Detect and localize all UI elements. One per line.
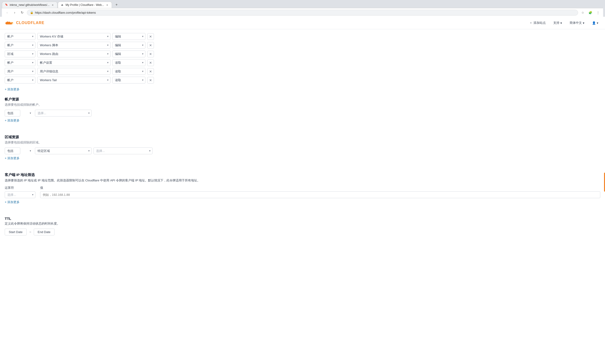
permission-level-select-0[interactable]: 编辑 读取 bbox=[112, 33, 145, 40]
permission-level-select-1[interactable]: 编辑 读取 bbox=[112, 42, 145, 49]
ttl-date-row: Start Date → End Date bbox=[5, 229, 600, 235]
permission-resource-select-4[interactable]: 用户详细信息 bbox=[37, 68, 110, 75]
bookmark-icon[interactable]: ☆ bbox=[579, 9, 586, 16]
zone-choose-wrapper[interactable]: 选择... bbox=[94, 147, 152, 154]
orange-accent-bar bbox=[604, 173, 605, 192]
permission-level-wrapper-4[interactable]: 编辑 读取 bbox=[112, 68, 145, 75]
menu-icon[interactable]: ⋮ bbox=[595, 9, 601, 16]
permission-type-select-5[interactable]: 帐户 区域 用户 bbox=[5, 77, 35, 83]
ttl-arrow-icon: → bbox=[28, 230, 32, 234]
delete-row-button-2[interactable]: ✕ bbox=[147, 51, 154, 57]
add-more-zone-link[interactable]: + 添加更多 bbox=[5, 156, 20, 160]
forward-button[interactable]: › bbox=[11, 9, 18, 16]
permission-type-wrapper-5[interactable]: 帐户 区域 用户 bbox=[5, 77, 35, 83]
account-resources-title: 帐户资源 bbox=[5, 97, 600, 102]
operator-select[interactable]: 选择... 等于 不等于 bbox=[5, 191, 35, 198]
support-chevron-icon: ▾ bbox=[560, 21, 562, 25]
permission-level-wrapper-1[interactable]: 编辑 读取 bbox=[112, 42, 145, 49]
ttl-title: TTL bbox=[5, 217, 600, 221]
permission-resource-wrapper-5[interactable]: Workers Tail bbox=[37, 77, 110, 83]
permission-resource-wrapper-2[interactable]: Workers 路由 bbox=[37, 51, 110, 57]
permission-level-wrapper-3[interactable]: 编辑 读取 bbox=[112, 59, 145, 66]
permission-table: 帐户 区域 用户 Workers KV 存储 编辑 读取 ✕ 帐户 bbox=[5, 33, 600, 83]
permission-type-wrapper-1[interactable]: 帐户 区域 用户 bbox=[5, 42, 35, 49]
permission-level-wrapper-5[interactable]: 编辑 读取 bbox=[112, 77, 145, 83]
ip-value-input[interactable] bbox=[40, 191, 600, 198]
permission-resource-select-5[interactable]: Workers Tail bbox=[37, 77, 110, 83]
account-include-wrapper[interactable]: 包括 排除 bbox=[5, 110, 33, 117]
back-button[interactable]: ‹ bbox=[4, 9, 10, 16]
tab-1-favicon: 🔖 bbox=[5, 3, 8, 7]
value-label: 值 bbox=[40, 186, 600, 190]
permission-row: 帐户 区域 用户 帐户设置 编辑 读取 ✕ bbox=[5, 59, 600, 66]
permission-level-select-4[interactable]: 编辑 读取 bbox=[112, 68, 145, 75]
permission-resource-select-3[interactable]: 帐户设置 bbox=[37, 59, 110, 66]
zone-choose-select[interactable]: 选择... bbox=[94, 147, 152, 154]
permission-row: 帐户 区域 用户 Workers 路由 编辑 读取 ✕ bbox=[5, 51, 600, 57]
extensions-icon[interactable]: 🧩 bbox=[587, 9, 594, 16]
add-site-button[interactable]: ＋ 添加站点 bbox=[527, 20, 548, 26]
ip-filter-desc: 选择要筛选的 IP 地址或 IP 地址范围。此筛选器限制可以在 Cloudfla… bbox=[5, 178, 600, 183]
zone-resources-row: 包括 排除 特定区域 所有区域 选择... bbox=[5, 147, 600, 154]
permission-type-wrapper-2[interactable]: 帐户 区域 用户 bbox=[5, 51, 35, 57]
permission-type-select-4[interactable]: 帐户 区域 用户 bbox=[5, 68, 35, 75]
ttl-start-date-button[interactable]: Start Date bbox=[5, 229, 27, 235]
permission-resource-select-1[interactable]: Workers 脚本 bbox=[37, 42, 110, 49]
permission-type-wrapper-0[interactable]: 帐户 区域 用户 bbox=[5, 33, 35, 40]
add-more-account-link[interactable]: + 添加更多 bbox=[5, 118, 20, 123]
delete-row-button-4[interactable]: ✕ bbox=[147, 68, 154, 75]
permission-level-wrapper-2[interactable]: 编辑 读取 bbox=[112, 51, 145, 57]
delete-row-button-5[interactable]: ✕ bbox=[147, 77, 154, 83]
delete-row-button-1[interactable]: ✕ bbox=[147, 42, 154, 49]
account-choose-select[interactable]: 选择... bbox=[35, 110, 92, 117]
zone-specific-wrapper[interactable]: 特定区域 所有区域 bbox=[35, 147, 92, 154]
cloudflare-logo-text: CLOUDFLARE bbox=[16, 21, 44, 25]
add-more-ip-link[interactable]: + 添加更多 bbox=[5, 200, 20, 204]
zone-include-select[interactable]: 包括 排除 bbox=[5, 147, 20, 154]
permission-type-select-1[interactable]: 帐户 区域 用户 bbox=[5, 42, 35, 49]
delete-row-button-3[interactable]: ✕ bbox=[147, 59, 154, 66]
permission-resource-wrapper-1[interactable]: Workers 脚本 bbox=[37, 42, 110, 49]
permission-row: 帐户 区域 用户 Workers KV 存储 编辑 读取 ✕ bbox=[5, 33, 600, 40]
account-include-select[interactable]: 包括 排除 bbox=[5, 110, 20, 117]
permission-level-select-5[interactable]: 编辑 读取 bbox=[112, 77, 145, 83]
new-tab-button[interactable]: + bbox=[113, 1, 120, 8]
tab-1[interactable]: 🔖 inkrss_new/.github/workflows/... ✕ bbox=[2, 2, 57, 8]
ttl-section: TTL 定义此令牌将保持活动状态的时间长度。 Start Date → End … bbox=[5, 217, 600, 235]
tab-2[interactable]: ☁ My Profile | Cloudflare - Web... ✕ bbox=[58, 2, 112, 8]
add-site-label: 添加站点 bbox=[534, 21, 546, 25]
permission-resource-select-2[interactable]: Workers 路由 bbox=[37, 51, 110, 57]
refresh-button[interactable]: ↻ bbox=[19, 9, 26, 16]
delete-row-button-0[interactable]: ✕ bbox=[147, 33, 154, 40]
permission-type-select-0[interactable]: 帐户 区域 用户 bbox=[5, 33, 35, 40]
zone-resources-desc: 选择要包括或排除的区域。 bbox=[5, 140, 600, 145]
operator-wrapper[interactable]: 选择... 等于 不等于 bbox=[5, 191, 35, 198]
permission-resource-wrapper-4[interactable]: 用户详细信息 bbox=[37, 68, 110, 75]
permission-type-wrapper-3[interactable]: 帐户 区域 用户 bbox=[5, 59, 35, 66]
user-menu-button[interactable]: 👤 ▾ bbox=[590, 20, 600, 26]
user-chevron-icon: ▾ bbox=[597, 21, 598, 25]
browser-chrome: 🔖 inkrss_new/.github/workflows/... ✕ ☁ M… bbox=[0, 0, 605, 17]
tab-1-close[interactable]: ✕ bbox=[51, 3, 54, 7]
support-button[interactable]: 支持 ▾ bbox=[551, 20, 564, 26]
permission-level-wrapper-0[interactable]: 编辑 读取 bbox=[112, 33, 145, 40]
zone-include-wrapper[interactable]: 包括 排除 bbox=[5, 147, 33, 154]
tab-2-close[interactable]: ✕ bbox=[106, 3, 109, 7]
language-button[interactable]: 简体中文 ▾ bbox=[568, 20, 586, 26]
permission-resource-wrapper-0[interactable]: Workers KV 存储 bbox=[37, 33, 110, 40]
permission-level-select-2[interactable]: 编辑 读取 bbox=[112, 51, 145, 57]
account-choose-wrapper[interactable]: 选择... bbox=[35, 110, 92, 117]
tab-2-title: My Profile | Cloudflare - Web... bbox=[66, 3, 104, 7]
add-more-permissions-link[interactable]: + 添加更多 bbox=[5, 87, 20, 91]
permission-resource-select-0[interactable]: Workers KV 存储 bbox=[37, 33, 110, 40]
permission-level-select-3[interactable]: 编辑 读取 bbox=[112, 59, 145, 66]
ttl-end-date-button[interactable]: End Date bbox=[34, 229, 54, 235]
permission-resource-wrapper-3[interactable]: 帐户设置 bbox=[37, 59, 110, 66]
permission-type-select-3[interactable]: 帐户 区域 用户 bbox=[5, 59, 35, 66]
url-bar[interactable]: 🔒 https://dash.cloudflare.com/profile/ap… bbox=[27, 10, 578, 15]
permission-type-select-2[interactable]: 帐户 区域 用户 bbox=[5, 51, 35, 57]
permission-type-wrapper-4[interactable]: 帐户 区域 用户 bbox=[5, 68, 35, 75]
cf-logo[interactable]: CLOUDFLARE bbox=[5, 20, 44, 26]
header-right: ＋ 添加站点 支持 ▾ 简体中文 ▾ 👤 ▾ bbox=[527, 20, 600, 26]
zone-specific-select[interactable]: 特定区域 所有区域 bbox=[35, 147, 92, 154]
